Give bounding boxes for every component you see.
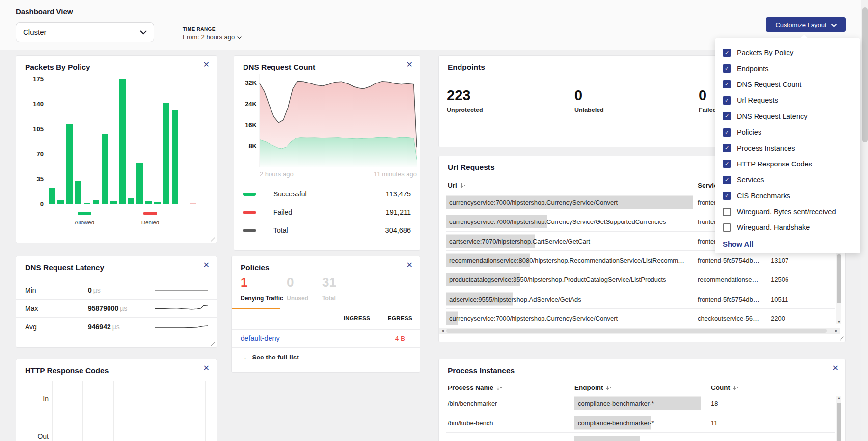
chevron-down-icon xyxy=(237,33,242,41)
column-header-url[interactable]: Url xyxy=(448,182,466,189)
menu-item-label: Endpoints xyxy=(737,65,769,73)
close-icon[interactable]: ✕ xyxy=(407,61,413,69)
url-cell: currencyservice:7000/hipstershop.Currenc… xyxy=(446,309,694,328)
count-value: 11 xyxy=(711,419,718,426)
service-value: recommendationse… xyxy=(698,276,759,283)
scrollbar-thumb[interactable] xyxy=(837,254,841,303)
table-row[interactable]: recommendationservice:8080/hipstershop.R… xyxy=(446,251,835,270)
close-icon[interactable]: ✕ xyxy=(203,261,210,269)
checkbox-icon: ✓ xyxy=(723,192,731,200)
view-selector[interactable]: Cluster xyxy=(16,22,154,42)
table-row[interactable]: /bin/kube-bench compliance-benchmarker-*… xyxy=(446,413,835,433)
url-value: currencyservice:7000/hipstershop.Currenc… xyxy=(449,199,618,206)
vertical-scrollbar[interactable]: ▲ xyxy=(836,396,841,441)
table-row[interactable]: currencyservice:7000/hipstershop.Currenc… xyxy=(446,309,835,328)
count-value: 13107 xyxy=(771,257,788,264)
close-icon[interactable]: ✕ xyxy=(832,364,839,372)
customize-menu-item[interactable]: ✓ Process Instances xyxy=(723,140,852,156)
customize-menu-item[interactable]: ✓ DNS Request Count xyxy=(723,77,852,92)
bar-allowed xyxy=(145,201,152,204)
horizontal-scrollbar[interactable]: ◀ ▶ xyxy=(439,328,840,334)
policy-name-link[interactable]: default-deny xyxy=(241,334,280,342)
customize-menu-item[interactable]: ✓ HTTP Response Codes xyxy=(723,156,852,172)
menu-item-label: Wireguard. Handshake xyxy=(737,223,810,231)
customize-menu-item[interactable]: ✓ Policies xyxy=(723,124,852,140)
column-header-process-name[interactable]: Process Name xyxy=(448,384,503,391)
page-scrollbar[interactable] xyxy=(861,0,868,441)
scroll-right-arrow-icon[interactable]: ▶ xyxy=(835,329,838,333)
bar-allowed xyxy=(136,163,143,205)
scrollbar-thumb[interactable] xyxy=(446,329,827,333)
show-all-link[interactable]: Show All xyxy=(723,240,852,248)
table-row[interactable]: benchmarker compliance-benchmarker-* 9 xyxy=(446,433,835,441)
customize-menu-item[interactable]: ✓ Url Requests xyxy=(723,92,852,108)
bar-allowed xyxy=(102,134,108,204)
stat-label: Failed xyxy=(699,107,716,113)
column-header-label: Count xyxy=(711,384,730,391)
policy-stat[interactable]: 0 Unused xyxy=(287,275,308,302)
arrow-right-icon: → xyxy=(241,354,247,361)
policy-stat[interactable]: 31 Total xyxy=(322,275,336,302)
stat-label: Total xyxy=(322,295,336,302)
legend-value: 304,686 xyxy=(385,226,411,234)
page-title: Dashboard View xyxy=(16,7,73,16)
latency-value: 95879000µs xyxy=(88,304,127,312)
checkbox-icon: ✓ xyxy=(723,128,731,137)
legend-row: Total 304,686 xyxy=(234,221,420,239)
resize-handle[interactable] xyxy=(211,342,215,346)
scroll-left-arrow-icon[interactable]: ◀ xyxy=(441,329,444,333)
column-header-egress: EGRESS xyxy=(380,315,421,321)
close-icon[interactable]: ✕ xyxy=(203,61,210,69)
time-range-value[interactable]: From: 2 hours ago xyxy=(183,33,242,41)
customize-menu-item[interactable]: ✓ Packets By Policy xyxy=(723,45,852,60)
legend-row: Successful 113,475 xyxy=(234,185,420,203)
resize-handle[interactable] xyxy=(211,237,215,241)
menu-item-label: DNS Request Count xyxy=(737,81,801,88)
latency-unit: µs xyxy=(112,323,120,331)
count-value: 2200 xyxy=(771,314,785,322)
packets-by-policy-card: Packets By Policy ✕ 17514010570350 Allow… xyxy=(16,55,217,243)
scroll-up-arrow-icon[interactable]: ▲ xyxy=(837,396,841,400)
customize-menu-item[interactable]: Wireguard. Handshake xyxy=(723,220,852,235)
policy-stat[interactable]: 1 Denying Traffic xyxy=(241,275,283,302)
resize-handle[interactable] xyxy=(840,336,843,340)
latency-label: Min xyxy=(25,286,36,294)
active-tab-underline xyxy=(232,308,280,309)
stat-value: 0 xyxy=(699,87,716,104)
close-icon[interactable]: ✕ xyxy=(407,261,413,269)
bar-allowed xyxy=(93,200,99,204)
url-value: currencyservice:7000/hipstershop.Currenc… xyxy=(449,218,666,225)
count-value: 12506 xyxy=(771,276,788,283)
checkbox-icon: ✓ xyxy=(723,80,731,88)
customize-menu-item[interactable]: ✓ CIS Benchmarks xyxy=(723,188,852,204)
table-row[interactable]: productcatalogservice:3550/hipstershop.P… xyxy=(446,270,835,289)
close-icon[interactable]: ✕ xyxy=(203,364,210,372)
x-axis-start-label: 2 hours ago xyxy=(260,170,294,178)
customize-menu-item[interactable]: ✓ DNS Request Latency xyxy=(723,109,852,124)
url-value: currencyservice:7000/hipstershop.Currenc… xyxy=(449,314,618,322)
url-value: productcatalogservice:3550/hipstershop.P… xyxy=(449,276,666,283)
customize-menu-item[interactable]: Wireguard. Bytes sent/received xyxy=(723,204,852,220)
column-header-endpoint[interactable]: Endpoint xyxy=(574,384,612,391)
legend-swatch xyxy=(143,212,157,215)
customize-menu-item[interactable]: ✓ Services xyxy=(723,172,852,188)
policy-row[interactable]: default-deny – 4 B xyxy=(232,329,420,348)
legend-swatch xyxy=(243,211,256,214)
customize-layout-button[interactable]: Customize Layout xyxy=(766,17,846,32)
bar-allowed xyxy=(57,200,64,204)
service-value: checkoutservice-56… xyxy=(698,314,759,322)
y-tick-label: 105 xyxy=(24,125,44,133)
scrollbar-thumb[interactable] xyxy=(862,7,868,142)
time-range: TIME RANGE From: 2 hours ago xyxy=(183,27,242,41)
see-full-list-link[interactable]: → See the full list xyxy=(241,354,299,361)
table-row[interactable]: adservice:9555/hipstershop.AdService/Get… xyxy=(446,289,835,308)
table-row[interactable]: /bin/benchmarker compliance-benchmarker-… xyxy=(446,393,835,413)
scroll-down-arrow-icon[interactable]: ▼ xyxy=(837,320,841,324)
scrollbar-thumb[interactable] xyxy=(837,403,841,441)
checkbox-icon: ✓ xyxy=(723,144,731,152)
column-header-count[interactable]: Count xyxy=(711,384,739,391)
customize-menu-item[interactable]: ✓ Endpoints xyxy=(723,60,852,76)
endpoint-cell: compliance-benchmarker-* xyxy=(574,433,712,441)
menu-item-label: Url Requests xyxy=(737,96,778,104)
customize-layout-label: Customize Layout xyxy=(775,21,826,28)
